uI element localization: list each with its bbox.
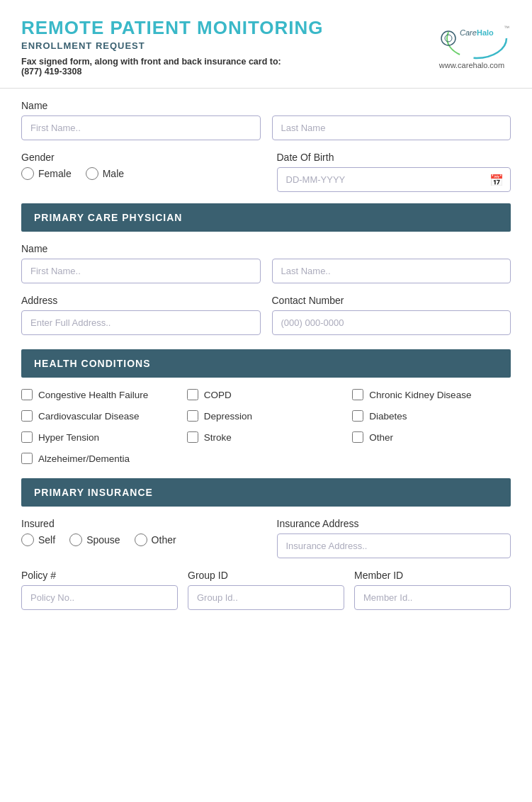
- health-checkbox-2[interactable]: [352, 389, 363, 400]
- group-label: Group ID: [188, 570, 344, 581]
- health-condition-label-4: Depression: [204, 411, 252, 422]
- physician-name-label: Name: [21, 243, 511, 254]
- physician-first-name-input[interactable]: [21, 259, 261, 283]
- physician-contact-col: Contact Number: [272, 295, 511, 335]
- patient-first-name-input[interactable]: [21, 115, 261, 140]
- calendar-icon: 📅: [489, 173, 504, 186]
- other-label: Other: [152, 534, 176, 546]
- health-checkbox-0[interactable]: [21, 389, 33, 400]
- policy-input[interactable]: [21, 585, 178, 610]
- patient-first-col: [21, 115, 261, 140]
- policy-group-member-row: Policy # Group ID Member ID: [21, 570, 511, 610]
- spouse-radio-label[interactable]: Spouse: [69, 533, 120, 546]
- health-condition-7[interactable]: Stroke: [187, 431, 346, 443]
- group-input[interactable]: [188, 585, 344, 610]
- member-input[interactable]: [354, 585, 511, 610]
- health-checkbox-8[interactable]: [352, 431, 363, 443]
- ins-address-label: Insurance Address: [277, 518, 511, 529]
- health-condition-label-9: Alzeheimer/Dementia: [38, 453, 130, 464]
- policy-col: Policy #: [21, 570, 178, 610]
- health-condition-label-5: Diabetes: [369, 411, 407, 422]
- physician-address-input[interactable]: [21, 310, 261, 335]
- male-label: Male: [103, 168, 124, 179]
- health-checkbox-4[interactable]: [187, 410, 198, 422]
- female-label: Female: [38, 168, 72, 179]
- self-radio[interactable]: [21, 533, 34, 546]
- health-condition-1[interactable]: COPD: [187, 389, 346, 400]
- dob-col: Date Of Birth 📅: [277, 152, 511, 192]
- svg-text:Halo: Halo: [477, 28, 494, 37]
- physician-address-col: Address: [21, 295, 261, 335]
- health-checkbox-3[interactable]: [21, 410, 33, 422]
- dob-input[interactable]: [277, 167, 511, 192]
- insured-col: Insured Self Spouse Other: [21, 518, 256, 546]
- health-condition-9[interactable]: Alzeheimer/Dementia: [21, 453, 180, 464]
- physician-name-row: [21, 259, 511, 283]
- health-condition-8[interactable]: Other: [352, 431, 511, 443]
- patient-name-label: Name: [21, 100, 511, 111]
- gender-label: Gender: [21, 152, 256, 163]
- physician-first-col: [21, 259, 261, 283]
- gender-dob-row: Gender Female Male Date Of Birth 📅: [21, 152, 511, 192]
- health-checkbox-1[interactable]: [187, 389, 198, 400]
- insurance-section-header: PRIMARY INSURANCE: [21, 478, 511, 507]
- address-label: Address: [21, 295, 261, 306]
- physician-last-name-input[interactable]: [272, 259, 511, 283]
- physician-name-group: Name: [21, 243, 511, 283]
- fax-number: (877) 419-3308: [21, 67, 324, 77]
- fax-line1: Fax signed form, along with front and ba…: [21, 57, 324, 67]
- self-label: Self: [38, 534, 55, 546]
- fax-info: Fax signed form, along with front and ba…: [21, 57, 324, 77]
- female-radio[interactable]: [21, 167, 34, 180]
- health-section: HEALTH CONDITIONS Congestive Health Fail…: [21, 349, 511, 464]
- health-condition-6[interactable]: Hyper Tension: [21, 431, 180, 443]
- patient-last-name-input[interactable]: [272, 115, 511, 140]
- health-condition-5[interactable]: Diabetes: [352, 410, 511, 422]
- policy-label: Policy #: [21, 570, 178, 581]
- header-left: REMOTE PATIENT MONITORING ENROLLMENT REQ…: [21, 17, 324, 77]
- physician-last-col: [272, 259, 511, 283]
- physician-section-header: PRIMARY CARE PHYSICIAN: [21, 203, 511, 232]
- health-condition-label-8: Other: [369, 432, 393, 443]
- dob-label: Date Of Birth: [277, 152, 511, 163]
- health-condition-label-1: COPD: [204, 390, 232, 400]
- health-condition-2[interactable]: Chronic Kidney Disease: [352, 389, 511, 400]
- physician-contact-input[interactable]: [272, 310, 511, 335]
- svg-point-6: [445, 35, 452, 42]
- health-checkbox-7[interactable]: [187, 431, 198, 443]
- patient-last-col: [272, 115, 511, 140]
- health-checkbox-9[interactable]: [21, 453, 33, 464]
- health-checkbox-6[interactable]: [21, 431, 33, 443]
- page-subtitle: ENROLLMENT REQUEST: [21, 40, 324, 51]
- gender-col: Gender Female Male: [21, 152, 256, 180]
- female-radio-label[interactable]: Female: [21, 167, 72, 180]
- health-condition-0[interactable]: Congestive Health Failure: [21, 389, 180, 400]
- health-condition-4[interactable]: Depression: [187, 410, 346, 422]
- other-radio-label[interactable]: Other: [135, 533, 176, 546]
- health-checkbox-5[interactable]: [352, 410, 363, 422]
- page-title: REMOTE PATIENT MONITORING: [21, 17, 324, 39]
- contact-label: Contact Number: [272, 295, 511, 306]
- health-condition-3[interactable]: Cardiovascular Disease: [21, 410, 180, 422]
- ins-address-input[interactable]: [277, 533, 511, 558]
- insurance-top-row: Insured Self Spouse Other: [21, 518, 511, 558]
- spouse-label: Spouse: [86, 534, 120, 546]
- group-col: Group ID: [188, 570, 344, 610]
- spouse-radio[interactable]: [69, 533, 82, 546]
- male-radio-label[interactable]: Male: [86, 167, 124, 180]
- logo-container: Care Halo ™ www.carehalo.com: [433, 17, 511, 69]
- health-section-header: HEALTH CONDITIONS: [21, 349, 511, 378]
- dob-wrapper: 📅: [277, 167, 511, 192]
- self-radio-label[interactable]: Self: [21, 533, 55, 546]
- svg-text:Care: Care: [460, 28, 477, 37]
- health-condition-label-6: Hyper Tension: [38, 432, 99, 443]
- member-label: Member ID: [354, 570, 511, 581]
- insured-radio-group: Self Spouse Other: [21, 533, 256, 546]
- male-radio[interactable]: [86, 167, 98, 180]
- insurance-address-col: Insurance Address: [277, 518, 511, 558]
- health-condition-label-2: Chronic Kidney Disease: [369, 390, 471, 400]
- insured-label: Insured: [21, 518, 256, 529]
- form-body: Name Gender Female Male: [0, 89, 532, 636]
- other-radio[interactable]: [135, 533, 147, 546]
- page-header: REMOTE PATIENT MONITORING ENROLLMENT REQ…: [0, 0, 532, 89]
